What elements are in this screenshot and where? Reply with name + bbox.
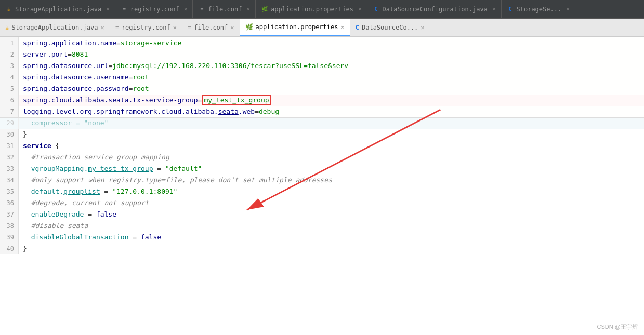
line-number: 35 bbox=[0, 186, 19, 197]
close-icon[interactable]: ✕ bbox=[230, 24, 234, 31]
line-number: 4 bbox=[0, 72, 19, 83]
tab2-application-props[interactable]: 🌿 application.properties ✕ bbox=[240, 19, 350, 36]
tab-storage-java[interactable]: ☕ StorageApplication.java ✕ bbox=[0, 0, 115, 18]
tab-label: registry.conf bbox=[130, 6, 179, 13]
close-icon[interactable]: ✕ bbox=[358, 6, 362, 12]
java-icon: C bbox=[507, 6, 514, 13]
tab-label: file.conf bbox=[208, 6, 242, 13]
close-icon[interactable]: ✕ bbox=[184, 6, 188, 12]
line-number: 38 bbox=[0, 220, 19, 232]
line-content: spring.application.name=storage-service bbox=[19, 37, 181, 49]
tab-label: registry.conf bbox=[122, 24, 170, 31]
line-number: 1 bbox=[0, 37, 19, 49]
popup-application-props: 1 spring.application.name=storage-servic… bbox=[0, 37, 644, 118]
main-code-area: 29 compressor = "none" 30 } 31 service {… bbox=[0, 117, 644, 335]
line-number: 31 bbox=[0, 140, 19, 152]
line-number: 40 bbox=[0, 243, 19, 254]
close-icon[interactable]: ✕ bbox=[420, 24, 424, 31]
line-number: 32 bbox=[0, 152, 19, 163]
line-number: 3 bbox=[0, 60, 19, 72]
tab-label: DataSourceConfiguration.java bbox=[383, 6, 488, 13]
code-line-2: 2 server.port=8081 bbox=[0, 49, 644, 60]
line-content: #transaction service group mapping bbox=[19, 152, 169, 163]
code-line-3: 3 spring.datasource.url=jdbc:mysql://192… bbox=[0, 60, 644, 72]
tab-label: StorageSe... bbox=[517, 6, 562, 13]
close-icon[interactable]: ✕ bbox=[246, 6, 250, 12]
line-content: } bbox=[19, 243, 27, 254]
conf-icon: ≡ bbox=[121, 6, 128, 13]
conf-icon: ≡ bbox=[188, 24, 191, 31]
tab-label: application.properties bbox=[271, 6, 353, 13]
line-content: disableGlobalTransaction = false bbox=[19, 232, 161, 243]
line-content: spring.datasource.url=jdbc:mysql://192.1… bbox=[19, 60, 348, 72]
code-line-4: 4 spring.datasource.username=root bbox=[0, 72, 644, 83]
tab-bar-top: ☕ StorageApplication.java ✕ ≡ registry.c… bbox=[0, 0, 644, 19]
watermark: CSDN @王宇辉 bbox=[597, 323, 638, 331]
close-icon[interactable]: ✕ bbox=[106, 6, 110, 12]
tab-datasource-config[interactable]: C DataSourceConfiguration.java ✕ bbox=[367, 0, 502, 18]
properties-icon: 🌿 bbox=[261, 6, 268, 13]
code-line-31: 31 service { bbox=[0, 140, 644, 152]
close-icon[interactable]: ✕ bbox=[492, 6, 496, 12]
line-number: 2 bbox=[0, 49, 19, 60]
tab-registry-conf[interactable]: ≡ registry.conf ✕ bbox=[115, 0, 193, 18]
code-line-40: 40 } bbox=[0, 243, 644, 254]
tab2-storage-java[interactable]: ☕ StorageApplication.java ✕ bbox=[0, 19, 110, 36]
java-icon: ☕ bbox=[5, 24, 9, 31]
line-content: enableDegrade = false bbox=[19, 209, 116, 220]
line-content: compressor = "none" bbox=[19, 117, 108, 129]
code-line-30: 30 } bbox=[0, 129, 644, 140]
tab-bar-secondary: ☕ StorageApplication.java ✕ ≡ registry.c… bbox=[0, 19, 644, 37]
code-line-35: 35 default.grouplist = "127.0.0.1:8091" bbox=[0, 186, 644, 197]
code-line-37: 37 enableDegrade = false bbox=[0, 209, 644, 220]
line-number: 34 bbox=[0, 175, 19, 186]
line-number: 30 bbox=[0, 129, 19, 140]
tab-application-props[interactable]: 🌿 application.properties ✕ bbox=[256, 0, 367, 18]
tab2-registry-conf[interactable]: ≡ registry.conf ✕ bbox=[110, 19, 182, 36]
line-content: vgroupMapping.my_test_tx_group = "defaul… bbox=[19, 163, 202, 175]
code-line-38: 38 #disable seata bbox=[0, 220, 644, 232]
code-line-39: 39 disableGlobalTransaction = false bbox=[0, 232, 644, 243]
code-line-33: 33 vgroupMapping.my_test_tx_group = "def… bbox=[0, 163, 644, 175]
ide-window: ☕ StorageApplication.java ✕ ≡ registry.c… bbox=[0, 0, 644, 335]
close-icon[interactable]: ✕ bbox=[100, 24, 104, 31]
line-content: service { bbox=[19, 140, 59, 152]
tab-file-conf[interactable]: ≡ file.conf ✕ bbox=[193, 0, 256, 18]
code-line-5: 5 spring.datasource.password=root bbox=[0, 83, 644, 95]
java-icon: C bbox=[373, 6, 380, 13]
tab-storage-se[interactable]: C StorageSe... ✕ bbox=[502, 0, 575, 18]
close-icon[interactable]: ✕ bbox=[173, 24, 177, 31]
line-number: 39 bbox=[0, 232, 19, 243]
line-content: } bbox=[19, 129, 27, 140]
properties-icon: 🌿 bbox=[245, 23, 253, 31]
code-line-36: 36 #degrade, current not support bbox=[0, 197, 644, 209]
code-line-1: 1 spring.application.name=storage-servic… bbox=[0, 37, 644, 49]
tab-label: application.properties bbox=[256, 23, 338, 31]
line-content: server.port=8081 bbox=[19, 49, 88, 60]
line-content: #disable seata bbox=[19, 220, 88, 232]
code-line-34: 34 #only support when registry.type=file… bbox=[0, 175, 644, 186]
tab-label: StorageApplication.java bbox=[15, 6, 101, 13]
code-line-29: 29 compressor = "none" bbox=[0, 117, 644, 129]
line-number: 6 bbox=[0, 95, 19, 106]
line-content: spring.datasource.password=root bbox=[19, 83, 149, 95]
tab2-datasource-co[interactable]: C DataSourceCo... ✕ bbox=[350, 19, 430, 36]
java-icon: C bbox=[356, 24, 359, 31]
line-content: spring.cloud.alibaba.seata.tx-service-gr… bbox=[19, 95, 271, 106]
line-content: logging.level.org.springframework.cloud.… bbox=[19, 106, 279, 117]
line-number: 29 bbox=[0, 117, 19, 129]
code-line-6: 6 spring.cloud.alibaba.seata.tx-service-… bbox=[0, 95, 644, 106]
line-number: 5 bbox=[0, 83, 19, 95]
close-icon[interactable]: ✕ bbox=[340, 23, 344, 31]
line-content: #only support when registry.type=file, p… bbox=[19, 175, 332, 186]
line-number: 33 bbox=[0, 163, 19, 175]
editor-area: 1 spring.application.name=storage-servic… bbox=[0, 37, 644, 335]
tab2-file-conf[interactable]: ≡ file.conf ✕ bbox=[182, 19, 240, 36]
conf-icon: ≡ bbox=[115, 24, 119, 31]
line-content: default.grouplist = "127.0.0.1:8091" bbox=[19, 186, 177, 197]
line-number: 37 bbox=[0, 209, 19, 220]
code-line-7: 7 logging.level.org.springframework.clou… bbox=[0, 106, 644, 117]
close-icon[interactable]: ✕ bbox=[566, 6, 570, 12]
tab-label: StorageApplication.java bbox=[11, 24, 98, 31]
conf-icon: ≡ bbox=[198, 6, 205, 13]
